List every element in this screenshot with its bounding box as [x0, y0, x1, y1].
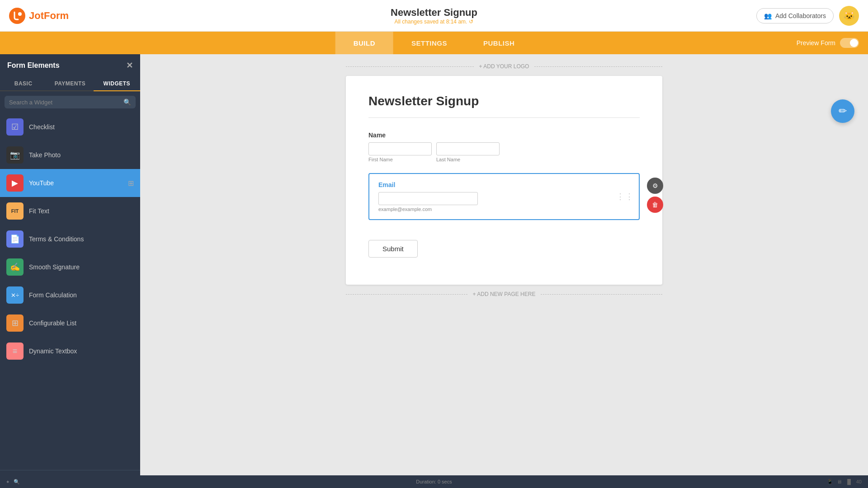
sidebar-item-terms-conditions[interactable]: 📄 Terms & Conditions: [0, 225, 140, 253]
count-badge: 40: [856, 479, 862, 484]
dynamictxt-label: Dynamic Textbox: [29, 347, 77, 355]
add-logo-button[interactable]: + ADD YOUR LOGO: [474, 63, 535, 70]
sidebar-item-configurable-list[interactable]: ⊞ Configurable List: [0, 309, 140, 337]
sidebar-header: Form Elements ✕: [0, 54, 140, 77]
form-card: Newsletter Signup Name First Name Last N…: [346, 76, 662, 285]
sidebar-item-checklist[interactable]: ☑ Checklist: [0, 113, 140, 141]
youtube-icon: ▶: [6, 174, 24, 192]
preview-form-area: Preview Form: [797, 38, 859, 48]
field-settings-button[interactable]: ⚙: [647, 178, 663, 194]
name-field-group: Name First Name Last Name: [368, 131, 640, 162]
sidebar-title: Form Elements: [7, 61, 60, 70]
name-label: Name: [368, 131, 640, 139]
configlist-label: Configurable List: [29, 319, 76, 327]
add-page-button[interactable]: + ADD NEW PAGE HERE: [467, 291, 541, 297]
tab-payments[interactable]: PAYMENTS: [47, 77, 93, 90]
avatar[interactable]: 🐱: [839, 6, 859, 26]
email-input[interactable]: [378, 192, 478, 205]
phone-status-icon: 📱: [827, 479, 833, 485]
fit-text-icon: FIT: [6, 202, 24, 220]
first-name-label: First Name: [368, 157, 432, 162]
checklist-label: Checklist: [29, 123, 55, 131]
status-bar-right: 📱 🖥 ▐▌ 40: [827, 479, 862, 485]
sidebar: Form Elements ✕ BASIC PAYMENTS WIDGETS 🔍…: [0, 54, 140, 488]
form-card-title: Newsletter Signup: [368, 94, 640, 118]
sidebar-item-dynamic-textbox[interactable]: ≡ Dynamic Textbox: [0, 337, 140, 365]
add-page-dashed-right: [541, 294, 662, 295]
preview-toggle[interactable]: [840, 38, 859, 48]
svg-point-0: [9, 8, 25, 24]
signature-label: Smooth Signature: [29, 263, 80, 271]
nav-bar: BUILD SETTINGS PUBLISH Preview Form: [0, 32, 868, 54]
dashed-line-left: [346, 66, 474, 67]
pencil-icon: ✏: [839, 105, 847, 117]
add-page-bar: + ADD NEW PAGE HERE: [346, 291, 662, 297]
dynamictxt-icon: ≡: [6, 343, 24, 360]
refresh-icon: ↺: [469, 19, 473, 25]
close-icon[interactable]: ✕: [126, 61, 133, 70]
collaborators-icon: 👥: [764, 12, 772, 19]
add-logo-bar: + ADD YOUR LOGO: [346, 63, 662, 70]
sidebar-item-form-calculation[interactable]: ✕÷ Form Calculation: [0, 281, 140, 309]
autosave-status: All changes saved at 8:14 am. ↺: [391, 19, 477, 25]
delete-icon: 🗑: [652, 201, 658, 208]
first-name-input[interactable]: [368, 142, 432, 155]
header-center: Newsletter Signup All changes saved at 8…: [391, 7, 477, 25]
canvas-area: + ADD YOUR LOGO Newsletter Signup Name F…: [140, 54, 868, 488]
take-photo-label: Take Photo: [29, 151, 61, 159]
email-field-wrapper: Email example@example.com ⋮⋮ ⚙ 🗑: [368, 173, 640, 220]
field-delete-button[interactable]: 🗑: [647, 197, 663, 213]
tab-settings[interactable]: SETTINGS: [393, 32, 465, 54]
form-title: Newsletter Signup: [391, 7, 477, 19]
tab-build[interactable]: BUILD: [335, 32, 393, 54]
monitor-status-icon: 🖥: [837, 479, 842, 484]
header-right: 👥 Add Collaborators 🐱: [756, 6, 859, 26]
last-name-label: Last Name: [436, 157, 500, 162]
header: JotForm Newsletter Signup All changes sa…: [0, 0, 868, 32]
add-icon-status: +: [6, 479, 9, 484]
drag-dots-icon: ⋮⋮: [616, 192, 634, 202]
add-page-dashed-left: [346, 294, 467, 295]
drag-handle-icon: ⊞: [128, 179, 134, 188]
sidebar-item-take-photo[interactable]: 📷 Take Photo: [0, 141, 140, 169]
tab-publish[interactable]: PUBLISH: [465, 32, 533, 54]
take-photo-icon: 📷: [6, 146, 24, 164]
logo[interactable]: JotForm: [9, 8, 69, 24]
tab-basic[interactable]: BASIC: [0, 77, 47, 90]
calc-label: Form Calculation: [29, 291, 77, 299]
email-field-container[interactable]: Email example@example.com ⋮⋮: [368, 173, 640, 220]
fab-pencil-button[interactable]: ✏: [831, 99, 854, 123]
logo-text: JotForm: [29, 10, 69, 22]
last-name-input[interactable]: [436, 142, 500, 155]
duration-label: Duration: 0 secs: [416, 479, 452, 484]
search-input[interactable]: [9, 99, 123, 106]
first-name-wrap: First Name: [368, 142, 432, 162]
calc-icon: ✕÷: [6, 286, 24, 304]
status-bar: Duration: 0 secs + 🔍 📱 🖥 ▐▌ 40: [0, 475, 868, 488]
signature-icon: ✍: [6, 258, 24, 276]
fit-text-label: Fit Text: [29, 207, 49, 215]
gear-icon: ⚙: [652, 182, 658, 189]
preview-form-label: Preview Form: [797, 39, 835, 47]
sidebar-item-youtube[interactable]: ▶ YouTube ⊞: [0, 169, 140, 197]
submit-area: Submit: [368, 231, 640, 262]
search-widget-bar: 🔍: [5, 96, 136, 108]
jotform-logo-icon: [9, 8, 25, 24]
search-icon[interactable]: 🔍: [123, 99, 131, 106]
terms-icon: 📄: [6, 230, 24, 248]
status-bar-left: + 🔍: [6, 479, 20, 485]
widget-list: ☑ Checklist 📷 Take Photo ▶ YouTube ⊞ FIT…: [0, 113, 140, 470]
bars-icon: ▐▌: [845, 479, 853, 484]
name-fields: First Name Last Name: [368, 142, 640, 162]
svg-point-1: [18, 12, 22, 16]
submit-button[interactable]: Submit: [368, 240, 418, 258]
sidebar-item-fit-text[interactable]: FIT Fit Text: [0, 197, 140, 225]
sidebar-item-smooth-signature[interactable]: ✍ Smooth Signature: [0, 253, 140, 281]
checklist-icon: ☑: [6, 118, 24, 136]
tab-widgets[interactable]: WIDGETS: [94, 77, 140, 91]
add-collaborators-button[interactable]: 👥 Add Collaborators: [756, 8, 834, 23]
terms-label: Terms & Conditions: [29, 235, 84, 243]
dashed-line-right: [534, 66, 662, 67]
email-label: Email: [378, 181, 630, 188]
main-layout: Form Elements ✕ BASIC PAYMENTS WIDGETS 🔍…: [0, 54, 868, 488]
